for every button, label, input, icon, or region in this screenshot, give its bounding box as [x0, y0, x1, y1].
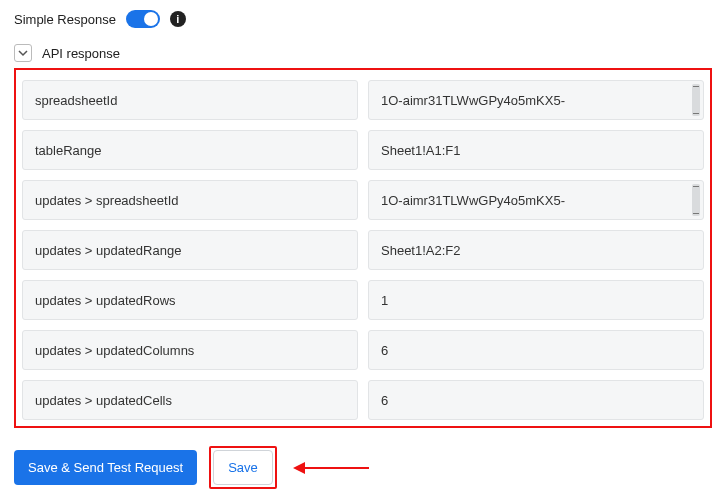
response-key: updates > updatedCells — [22, 380, 358, 420]
save-button[interactable]: Save — [213, 450, 273, 485]
response-value[interactable]: 6 — [368, 330, 704, 370]
response-value[interactable]: 1O-aimr31TLWwGPy4o5mKX5- — [368, 180, 704, 220]
simple-response-label: Simple Response — [14, 12, 116, 27]
response-value[interactable]: 1 — [368, 280, 704, 320]
chevron-down-icon[interactable] — [14, 44, 32, 62]
response-key: updates > updatedRange — [22, 230, 358, 270]
table-row: tableRangeSheet1!A1:F1 — [22, 130, 704, 170]
table-row: updates > spreadsheetId1O-aimr31TLWwGPy4… — [22, 180, 704, 220]
save-send-test-button[interactable]: Save & Send Test Request — [14, 450, 197, 485]
toggle-knob — [144, 12, 158, 26]
arrow-annotation — [289, 458, 369, 478]
response-key: spreadsheetId — [22, 80, 358, 120]
response-value[interactable]: 1O-aimr31TLWwGPy4o5mKX5- — [368, 80, 704, 120]
response-value[interactable]: 6 — [368, 380, 704, 420]
response-key: updates > spreadsheetId — [22, 180, 358, 220]
table-row: updates > updatedColumns6 — [22, 330, 704, 370]
save-highlight: Save — [209, 446, 277, 489]
response-value[interactable]: Sheet1!A1:F1 — [368, 130, 704, 170]
response-key: updates > updatedRows — [22, 280, 358, 320]
response-value[interactable]: Sheet1!A2:F2 — [368, 230, 704, 270]
api-response-title: API response — [42, 46, 120, 61]
table-row: spreadsheetId1O-aimr31TLWwGPy4o5mKX5- — [22, 80, 704, 120]
simple-response-toggle[interactable] — [126, 10, 160, 28]
table-row: updates > updatedCells6 — [22, 380, 704, 420]
table-row: updates > updatedRangeSheet1!A2:F2 — [22, 230, 704, 270]
response-key: tableRange — [22, 130, 358, 170]
response-key: updates > updatedColumns — [22, 330, 358, 370]
info-icon[interactable]: i — [170, 11, 186, 27]
api-response-panel: spreadsheetId1O-aimr31TLWwGPy4o5mKX5-tab… — [14, 68, 712, 428]
table-row: updates > updatedRows1 — [22, 280, 704, 320]
